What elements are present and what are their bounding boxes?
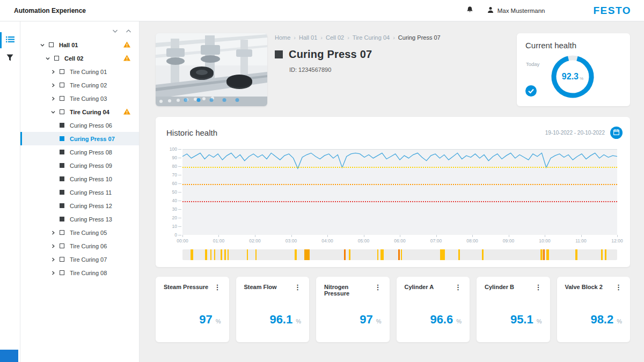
breadcrumb-item-3[interactable]: Cell 02: [326, 34, 344, 41]
carousel-dot-2[interactable]: [197, 98, 201, 102]
event-bar: [255, 249, 257, 260]
chevron-right-icon[interactable]: [50, 243, 60, 249]
tree-item-label: Tire Curing 07: [70, 256, 107, 263]
carousel-dot-5[interactable]: [236, 98, 239, 102]
chevron-right-icon[interactable]: [50, 96, 60, 101]
historic-health-card: Historic health 19-10-2022 - 20-10-2022 …: [156, 117, 630, 267]
bell-icon: [466, 6, 473, 15]
x-tick-label: 09:00: [503, 238, 514, 243]
tree-item-label: Curing Press 07: [70, 136, 115, 142]
chevron-down-icon[interactable]: [40, 42, 49, 48]
calendar-icon: [613, 129, 619, 137]
tree-item-label: Tire Curing 04: [70, 109, 109, 115]
tree-item-curing-press-08[interactable]: Curing Press 08: [20, 145, 139, 159]
y-tick-label: 30: [172, 206, 177, 212]
notifications-button[interactable]: [466, 6, 473, 15]
date-picker-button[interactable]: [610, 127, 623, 139]
event-bar: [295, 249, 297, 260]
metric-title: Cylinder A: [405, 284, 434, 290]
tree-item-curing-press-07[interactable]: Curing Press 07: [20, 132, 139, 145]
collapse-all-button[interactable]: [112, 27, 118, 35]
chevron-down-icon: [112, 27, 118, 35]
event-bar: [605, 249, 606, 260]
chevron-down-icon[interactable]: [50, 109, 60, 115]
tree-item-tire-curing-01[interactable]: Tire Curing 01: [20, 65, 139, 78]
app-title: Automation Experience: [14, 7, 86, 14]
y-tick-label: 10: [172, 224, 177, 229]
chevron-down-icon[interactable]: [45, 56, 54, 61]
rail-filter-button[interactable]: [0, 49, 20, 68]
kebab-menu-button[interactable]: ⋮: [214, 284, 221, 291]
event-bar: [601, 249, 603, 260]
breadcrumb-item-2[interactable]: Hall 01: [299, 34, 317, 41]
kebab-menu-button[interactable]: ⋮: [615, 284, 622, 291]
expand-all-button[interactable]: [126, 27, 131, 35]
photo-carousel-dots: [184, 98, 239, 102]
chevron-right-icon[interactable]: [50, 230, 60, 235]
tree-item-tire-curing-07[interactable]: Tire Curing 07: [20, 253, 139, 266]
x-tick-label: 04:00: [321, 238, 333, 243]
event-bar: [543, 249, 545, 260]
corner-accent-button[interactable]: [0, 350, 18, 362]
metric-title: Valve Block 2: [565, 284, 603, 290]
tree-item-curing-press-10[interactable]: Curing Press 10: [20, 172, 139, 186]
x-tick-label: 10:00: [539, 238, 550, 243]
tree-item-hall-01[interactable]: Hall 01: [20, 38, 139, 51]
carousel-dot-1[interactable]: [184, 98, 188, 102]
tree-item-tire-curing-03[interactable]: Tire Curing 03: [20, 92, 139, 105]
event-bar: [214, 249, 215, 260]
metric-value: 95.1: [510, 313, 533, 326]
date-range-label: 19-10-2022 - 20-10-2022: [545, 130, 605, 136]
festo-logo: FESTO: [594, 5, 632, 16]
breadcrumb: Home›Hall 01›Cell 02›Tire Curing 04›Curi…: [275, 34, 508, 41]
tree-item-tire-curing-08[interactable]: Tire Curing 08: [20, 266, 139, 279]
metric-unit: %: [376, 318, 382, 324]
tree-item-tire-curing-06[interactable]: Tire Curing 06: [20, 239, 139, 253]
y-tick-label: 20: [172, 215, 177, 220]
tree-item-label: Tire Curing 01: [70, 69, 107, 75]
tree-item-curing-press-13[interactable]: Curing Press 13: [20, 212, 139, 226]
tree-item-tire-curing-04[interactable]: Tire Curing 04: [20, 105, 139, 119]
metric-value: 96.1: [269, 313, 292, 326]
event-bar: [398, 249, 400, 260]
metric-unit: %: [456, 318, 462, 324]
tree-item-curing-press-09[interactable]: Curing Press 09: [20, 159, 139, 172]
square-outline-icon: [60, 83, 64, 87]
kebab-menu-button[interactable]: ⋮: [375, 284, 382, 291]
metric-value: 96.6: [430, 313, 453, 326]
threshold-line-60: [182, 184, 617, 185]
tree-item-label: Curing Press 06: [70, 122, 112, 129]
device-photo: [156, 33, 267, 106]
metric-unit: %: [617, 318, 622, 324]
breadcrumb-item-4[interactable]: Tire Curing 04: [353, 34, 390, 41]
kebab-menu-button[interactable]: ⋮: [455, 284, 462, 291]
kebab-menu-button[interactable]: ⋮: [535, 284, 542, 291]
tree-item-curing-press-11[interactable]: Curing Press 11: [20, 186, 139, 199]
tree-item-tire-curing-05[interactable]: Tire Curing 05: [20, 226, 139, 239]
chevron-right-icon[interactable]: [50, 270, 60, 276]
tree-item-curing-press-06[interactable]: Curing Press 06: [20, 119, 139, 132]
breadcrumb-separator: ›: [294, 34, 296, 41]
device-square-icon: [275, 50, 283, 58]
rail-tree-button[interactable]: [0, 31, 20, 49]
event-bar: [401, 249, 402, 260]
user-name: Max Mustermann: [497, 8, 545, 14]
user-menu[interactable]: Max Mustermann: [487, 6, 545, 14]
x-tick-label: 02:00: [249, 238, 260, 243]
carousel-dot-4[interactable]: [223, 98, 226, 102]
icon-rail: [0, 21, 20, 362]
breadcrumb-item-1[interactable]: Home: [275, 34, 290, 41]
tree-item-cell-02[interactable]: Cell 02: [20, 51, 139, 65]
carousel-dot-3[interactable]: [210, 98, 214, 102]
tree-item-tire-curing-02[interactable]: Tire Curing 02: [20, 78, 139, 92]
y-tick-label: 80: [172, 164, 177, 169]
tree-item-curing-press-12[interactable]: Curing Press 12: [20, 199, 139, 212]
chevron-right-icon[interactable]: [50, 69, 60, 75]
y-tick-label: 0: [174, 232, 177, 238]
chevron-right-icon[interactable]: [50, 257, 60, 262]
chevron-right-icon[interactable]: [50, 83, 60, 88]
tree-item-label: Tire Curing 06: [70, 243, 107, 249]
metric-unit: %: [296, 318, 301, 324]
kebab-menu-button[interactable]: ⋮: [294, 284, 301, 291]
y-tick-label: 60: [172, 181, 177, 186]
